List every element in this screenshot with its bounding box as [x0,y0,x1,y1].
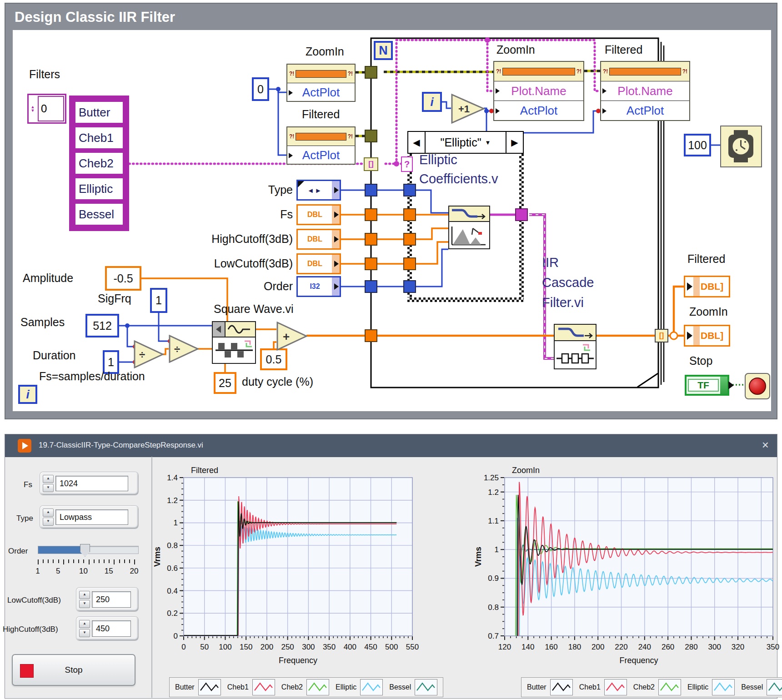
type-terminal[interactable]: ◄► [296,180,341,201]
while-loop-iteration-terminal[interactable]: i [18,385,37,404]
zoomin-array-indicator[interactable]: DBL] [684,325,730,347]
fs-control-label: Fs [24,480,32,489]
property-bar-icon [609,68,681,76]
add-function-icon[interactable]: + [276,322,307,351]
divide-function-icon[interactable]: ÷ [169,335,199,363]
elliptic-coefficients-vi-icon[interactable] [448,206,490,222]
slider-tick [73,559,74,563]
pane-divider[interactable] [151,457,152,698]
filtered-array-indicator[interactable]: DBL] [684,276,730,297]
case-tunnel-fs [403,208,416,221]
case-selector-header[interactable]: ◀ "Elliptic" ▼ ▶ [407,131,524,154]
wait-metronome-icon[interactable] [720,126,762,167]
type-spinner[interactable]: ▲▼ [43,509,54,526]
actplot-property[interactable]: ActPlot [287,86,355,100]
svg-text:÷: ÷ [174,343,180,355]
inner-iteration-terminal[interactable]: i [422,92,442,112]
stop-button[interactable]: Stop [12,654,135,686]
plotname-property[interactable]: Plot.Name [601,84,689,98]
actplot-property[interactable]: ActPlot [287,148,355,162]
highcutoff-spinner[interactable]: ▲▼ [79,620,90,637]
lowcutoff-terminal[interactable]: DBL [296,253,341,274]
zero-constant[interactable]: 0 [252,77,269,101]
fs-terminal[interactable]: DBL [296,204,341,225]
svg-text:320: 320 [732,643,744,651]
elliptic-coefficients-vi-icon-body[interactable] [448,222,490,249]
input-arrow-icon [289,90,293,96]
square-wave-vi-icon-body[interactable] [212,337,256,364]
enum-spinner-icon[interactable]: ▲▼ [29,95,37,122]
divide-function-icon[interactable]: ÷ [134,340,164,368]
legend-item-cheb2[interactable]: Cheb2 [633,679,681,695]
legend-item-cheb1[interactable]: Cheb1 [579,679,627,695]
legend-item-elliptic[interactable]: Elliptic [687,679,735,695]
order-terminal[interactable]: I32 [296,276,341,297]
actplot-property[interactable]: ActPlot [494,104,583,118]
slider-tick [94,559,95,563]
legend-line-swatch-icon [712,679,735,695]
filtered-property-node[interactable]: ?!?! ActPlot [286,126,356,165]
legend-item-butter[interactable]: Butter [175,679,221,695]
case-selector-value[interactable]: "Elliptic" ▼ [426,132,506,153]
output-arrow-icon [334,187,339,193]
iir-label-line3: Filter.vi [542,296,584,310]
duty-constant[interactable]: 25 [214,372,236,394]
actplot-property[interactable]: ActPlot [601,104,689,118]
filter-names-constant[interactable]: Butter Cheb1 Cheb2 Elliptic Bessel [69,96,129,231]
filtered-chart[interactable]: 1.41.210.80.60.40.2005010015020025030035… [153,462,473,677]
front-panel-titlebar[interactable]: 19.7-ClassicIIR-Type-CompareStepResponse… [5,434,777,457]
slider-tick [78,559,79,563]
filters-enum-constant[interactable]: ▲▼ 0 [27,94,66,124]
case-prev-icon[interactable]: ◀ [408,132,426,153]
half-constant[interactable]: 0.5 [260,348,287,370]
case-selector-terminal[interactable]: ? [401,156,413,172]
filtered-chart-legend[interactable]: ButterCheb1Cheb2EllipticBessel [169,677,443,697]
input-arrow-icon [687,282,692,291]
legend-item-cheb2[interactable]: Cheb2 [281,679,329,695]
slider-tick [124,559,125,563]
svg-text:Vrms: Vrms [474,547,483,567]
samples-constant[interactable]: 512 [85,314,119,337]
amplitude-constant[interactable]: -0.5 [105,266,141,291]
type-control[interactable]: ▲▼ Lowpass [40,506,138,529]
type-value[interactable]: Lowpass [55,509,128,525]
highcutoff-terminal[interactable]: DBL [296,229,341,250]
svg-text:450: 450 [364,643,377,651]
filtered-inner-label: Filtered [605,44,642,56]
zoomin-plotname-node[interactable]: ?!?! Plot.Name ActPlot [493,61,584,121]
increment-function-icon[interactable]: +1 [451,94,485,124]
legend-item-bessel[interactable]: Bessel [389,679,437,695]
highcutoff-value[interactable]: 450 [92,620,131,637]
for-loop-count-terminal[interactable]: N [374,41,393,60]
sigfrq-constant[interactable]: 1 [150,288,167,313]
zoomin-property-node[interactable]: ?!?! ActPlot [286,64,356,102]
svg-text:1.4: 1.4 [167,473,178,482]
stop-boolean-terminal[interactable]: TF [685,375,729,396]
slider-tick [104,559,105,563]
lowcutoff-value[interactable]: 250 [92,591,131,608]
legend-line-swatch-icon [198,679,221,695]
iir-cascade-filter-vi-icon-body[interactable] [554,341,597,369]
highcutoff-control[interactable]: ▲▼ 450 [76,617,138,640]
legend-item-cheb1[interactable]: Cheb1 [227,679,275,695]
zoomin-chart-legend[interactable]: ButterCheb1Cheb2EllipticBessel [521,677,782,697]
legend-item-bessel[interactable]: Bessel [741,679,782,695]
case-dropdown-icon[interactable]: ▼ [485,139,491,146]
stop-button-icon[interactable] [745,373,770,399]
legend-item-butter[interactable]: Butter [527,679,573,695]
fs-control[interactable]: ▲▼ 1024 [40,472,138,495]
fs-value[interactable]: 1024 [55,476,128,491]
lowcutoff-spinner[interactable]: ▲▼ [79,591,90,608]
zoomin-chart[interactable]: 1.251.21.110.90.80.712014016018020022024… [450,462,780,677]
tunnel-type [365,184,377,196]
iir-cascade-filter-vi-icon[interactable] [554,324,597,341]
fs-spinner[interactable]: ▲▼ [43,475,54,492]
case-next-icon[interactable]: ▶ [506,132,523,153]
plotname-property[interactable]: Plot.Name [494,84,583,98]
legend-item-elliptic[interactable]: Elliptic [336,679,383,695]
lowcutoff-control[interactable]: ▲▼ 250 [76,588,138,611]
wait-ms-constant[interactable]: 100 [684,134,711,156]
close-icon[interactable]: × [762,438,769,452]
square-wave-vi-icon[interactable] [212,321,256,337]
filtered-plotname-node[interactable]: ?!?! Plot.Name ActPlot [600,61,690,121]
